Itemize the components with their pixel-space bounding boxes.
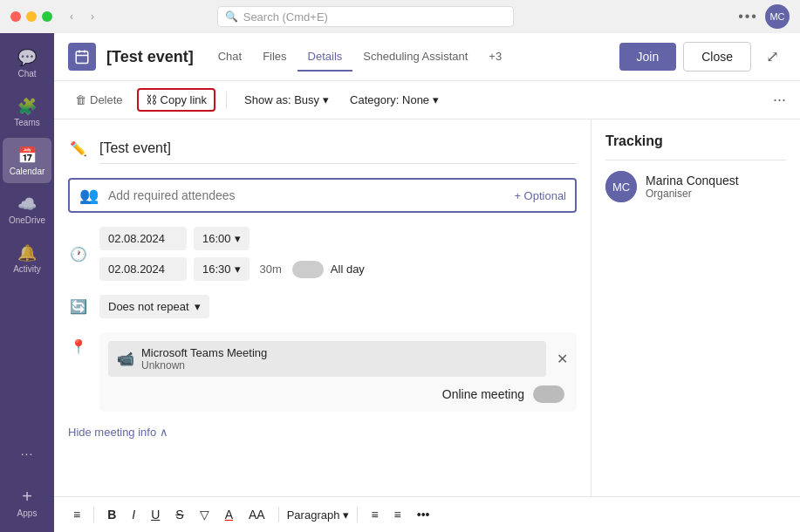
tracking-panel: Tracking MC Marina Conquest Organiser bbox=[591, 119, 800, 496]
tab-files[interactable]: Files bbox=[252, 43, 297, 72]
sidebar-item-teams-label: Teams bbox=[14, 118, 39, 127]
tab-more[interactable]: +3 bbox=[478, 43, 512, 72]
datetime-row: 🕐 02.08.2024 16:00 ▾ 02.08.2024 bbox=[68, 227, 577, 281]
format-more-button[interactable]: ••• bbox=[412, 504, 435, 525]
more-options-button[interactable]: ··· bbox=[773, 91, 786, 109]
sidebar-item-calendar-label: Calendar bbox=[10, 167, 45, 176]
tab-scheduling[interactable]: Scheduling Assistant bbox=[352, 43, 478, 72]
more-icon: ··· bbox=[21, 447, 34, 460]
back-button[interactable]: ‹ bbox=[63, 8, 80, 25]
format-separator-3 bbox=[357, 507, 358, 522]
organizer-row: MC Marina Conquest Organiser bbox=[605, 171, 786, 202]
location-row: 📍 📹 Microsoft Teams Meeting Unknown ✕ bbox=[68, 332, 577, 412]
repeat-icon: 🔄 bbox=[68, 297, 89, 317]
show-as-dropdown[interactable]: Show as: Busy ▾ bbox=[237, 90, 336, 110]
sidebar-item-apps[interactable]: + Apps bbox=[3, 480, 51, 525]
maximize-window-btn[interactable] bbox=[42, 11, 52, 22]
search-bar[interactable]: 🔍 Search (Cmd+E) bbox=[217, 6, 514, 27]
event-icon bbox=[68, 43, 96, 71]
sidebar-item-chat[interactable]: 💬 Chat bbox=[3, 40, 51, 85]
chevron-down-icon-6: ▾ bbox=[343, 508, 349, 522]
copy-link-label: Copy link bbox=[161, 93, 207, 106]
sidebar-item-teams[interactable]: 🧩 Teams bbox=[3, 89, 51, 134]
allday-toggle[interactable] bbox=[292, 261, 324, 278]
remove-location-button[interactable]: ✕ bbox=[557, 351, 568, 367]
close-window-btn[interactable] bbox=[10, 11, 21, 22]
online-meeting-toggle[interactable] bbox=[533, 385, 564, 403]
tracking-title: Tracking bbox=[605, 133, 786, 149]
optional-button[interactable]: + Optional bbox=[514, 189, 566, 202]
sidebar-item-calendar[interactable]: 📅 Calendar bbox=[3, 138, 51, 183]
start-time-select[interactable]: 16:00 ▾ bbox=[194, 227, 250, 250]
forward-button[interactable]: › bbox=[84, 8, 101, 25]
toolbar-separator bbox=[226, 92, 227, 109]
avatar[interactable]: MC bbox=[765, 4, 790, 29]
start-date-row: 02.08.2024 16:00 ▾ bbox=[99, 227, 577, 250]
app-layout: 💬 Chat 🧩 Teams 📅 Calendar ☁️ OneDrive 🔔 … bbox=[0, 33, 800, 532]
organizer-info: Marina Conquest Organiser bbox=[646, 174, 739, 200]
underline-button[interactable]: U bbox=[146, 504, 165, 525]
more-button[interactable]: ••• bbox=[738, 9, 758, 24]
svg-rect-0 bbox=[76, 51, 88, 64]
delete-button[interactable]: 🗑 Delete bbox=[68, 90, 130, 110]
titlebar: ‹ › 🔍 Search (Cmd+E) ••• MC bbox=[0, 0, 800, 33]
close-button[interactable]: Close bbox=[683, 42, 751, 72]
teams-icon: 🧩 bbox=[17, 97, 37, 116]
align-right-button[interactable]: ≡ bbox=[389, 504, 407, 525]
highlight-button[interactable]: ▽ bbox=[195, 504, 215, 525]
svg-text:MC: MC bbox=[612, 181, 630, 194]
sidebar-item-apps-label: Apps bbox=[17, 508, 38, 518]
list-button[interactable]: ≡ bbox=[68, 504, 85, 525]
title-input[interactable] bbox=[99, 133, 577, 164]
delete-label: Delete bbox=[90, 93, 123, 106]
text-color-button[interactable]: A bbox=[220, 504, 238, 525]
hide-info-button[interactable]: Hide meeting info ∧ bbox=[68, 426, 577, 439]
organizer-avatar: MC bbox=[605, 171, 637, 202]
clock-icon: 🕐 bbox=[68, 243, 89, 264]
location-name: Microsoft Teams Meeting bbox=[141, 346, 267, 359]
expand-icon[interactable]: ⤢ bbox=[758, 43, 786, 71]
chevron-down-icon: ▾ bbox=[323, 93, 329, 106]
font-size-button[interactable]: AA bbox=[243, 504, 270, 525]
sidebar-item-chat-label: Chat bbox=[17, 69, 36, 78]
tracking-separator bbox=[605, 160, 786, 160]
form-area: ✏️ 👥 + Optional 🕐 02.08.2024 bbox=[54, 119, 591, 496]
bold-button[interactable]: B bbox=[102, 504, 121, 525]
hide-info-label: Hide meeting info bbox=[68, 426, 156, 439]
end-time-select[interactable]: 16:30 ▾ bbox=[194, 257, 250, 281]
join-button[interactable]: Join bbox=[619, 43, 677, 71]
copy-link-button[interactable]: ⛓ Copy link bbox=[137, 88, 215, 112]
event-title: [Test event] bbox=[106, 48, 194, 66]
organizer-name: Marina Conquest bbox=[646, 174, 739, 188]
italic-button[interactable]: I bbox=[126, 504, 140, 525]
onedrive-icon: ☁️ bbox=[17, 194, 37, 214]
repeat-select[interactable]: Does not repeat ▾ bbox=[99, 295, 209, 318]
teams-meeting-icon: 📹 bbox=[117, 351, 134, 367]
category-label: Category: None bbox=[350, 93, 429, 106]
activity-icon: 🔔 bbox=[17, 243, 37, 263]
end-date-field[interactable]: 02.08.2024 bbox=[99, 257, 187, 281]
search-icon: 🔍 bbox=[225, 10, 238, 23]
align-left-button[interactable]: ≡ bbox=[366, 504, 383, 525]
end-date-row: 02.08.2024 16:30 ▾ 30m All day bbox=[99, 257, 577, 281]
minimize-window-btn[interactable] bbox=[26, 11, 37, 22]
calendar-icon: 📅 bbox=[17, 146, 37, 165]
sidebar-item-more[interactable]: ··· bbox=[3, 431, 51, 476]
navigation-buttons: ‹ › bbox=[63, 8, 101, 25]
paragraph-select[interactable]: Paragraph ▾ bbox=[287, 508, 350, 522]
attendees-input[interactable] bbox=[108, 188, 505, 202]
location-chip-text: Microsoft Teams Meeting Unknown bbox=[141, 346, 267, 372]
location-icon: 📍 bbox=[68, 336, 89, 357]
start-date-field[interactable]: 02.08.2024 bbox=[99, 227, 187, 250]
sidebar-item-onedrive-label: OneDrive bbox=[9, 215, 45, 225]
tab-details[interactable]: Details bbox=[297, 43, 353, 72]
category-dropdown[interactable]: Category: None ▾ bbox=[343, 90, 446, 110]
strikethrough-button[interactable]: S bbox=[170, 504, 188, 525]
sidebar-item-activity[interactable]: 🔔 Activity bbox=[3, 235, 51, 281]
sidebar-item-onedrive[interactable]: ☁️ OneDrive bbox=[3, 187, 51, 232]
repeat-row: 🔄 Does not repeat ▾ bbox=[68, 295, 577, 318]
chevron-down-icon-4: ▾ bbox=[235, 263, 241, 276]
attendees-row: 👥 + Optional bbox=[68, 178, 577, 213]
tab-chat[interactable]: Chat bbox=[208, 43, 252, 72]
apps-icon: + bbox=[22, 487, 32, 507]
